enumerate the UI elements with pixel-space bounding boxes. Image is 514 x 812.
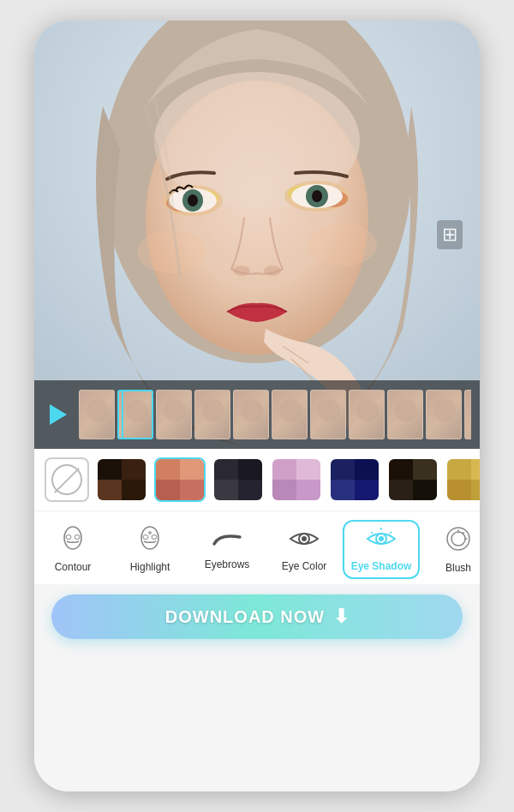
thumbnails-row [79,390,471,439]
svg-point-22 [75,535,80,540]
download-icon: ⬇ [333,606,349,628]
tab-contour[interactable]: Contour [34,521,111,578]
eye-color-label: Eye Color [282,560,327,572]
palette-dark-mix[interactable] [387,457,439,502]
timeline-cursor [122,390,123,439]
photo-area: ⊞ [34,21,480,449]
blush-label: Blush [445,562,471,574]
svg-point-23 [141,527,158,549]
play-icon [50,404,67,425]
palette-navy-blue[interactable] [329,457,380,502]
thumbnail-10[interactable] [426,390,462,439]
svg-point-18 [137,230,206,273]
svg-point-15 [312,190,322,202]
palette-warm-rose[interactable] [154,457,206,502]
makeup-section: Contour Highlight [34,449,480,791]
thumbnail-8[interactable] [349,390,385,439]
tab-eye-shadow[interactable]: Eye Shadow [343,520,420,579]
download-label: DOWNLOAD NOW [165,607,325,627]
svg-point-26 [148,531,152,534]
tab-blush[interactable]: Blush [420,520,480,579]
tab-highlight[interactable]: Highlight [111,521,188,578]
svg-point-16 [233,266,250,276]
thumbnail-9[interactable] [387,390,423,439]
tab-eyebrows[interactable]: Eyebrows [188,524,266,576]
blush-icon [445,525,472,557]
svg-point-9 [188,194,198,206]
download-button[interactable]: DOWNLOAD NOW ⬇ [51,594,463,639]
category-tabs: Contour Highlight [34,511,480,584]
eyebrow-icon [211,529,243,553]
svg-point-17 [264,266,281,276]
palette-none[interactable] [45,457,89,502]
svg-point-19 [308,224,377,266]
phone-shell: ⊞ [34,21,480,791]
svg-line-33 [371,532,373,534]
thumbnail-11[interactable] [464,390,471,439]
play-button[interactable] [43,399,74,430]
palette-dark-brown[interactable] [96,457,147,502]
thumbnail-7[interactable] [310,390,346,439]
svg-point-30 [379,536,384,541]
svg-point-24 [143,535,148,540]
eye-shadow-icon [366,527,397,555]
eyebrows-label: Eyebrows [205,558,250,570]
timeline-strip [34,380,480,449]
svg-point-20 [64,527,81,549]
palette-pink-purple[interactable] [271,457,322,502]
none-icon [51,464,82,495]
highlight-label: Highlight [130,561,170,573]
comparison-handle[interactable]: ⊞ [437,220,463,249]
thumbnail-4[interactable] [194,390,230,439]
contour-icon [60,526,86,556]
thumbnail-5[interactable] [233,390,269,439]
thumbnail-6[interactable] [272,390,308,439]
contour-label: Contour [55,561,92,573]
palettes-row [34,449,480,511]
tab-eye-color[interactable]: Eye Color [266,522,343,577]
eye-shadow-label: Eye Shadow [351,560,412,572]
svg-point-21 [66,535,71,540]
eye-color-icon [289,527,320,555]
thumbnail-3[interactable] [156,390,192,439]
svg-line-32 [390,532,391,534]
svg-point-25 [152,535,157,540]
svg-point-28 [302,536,307,541]
highlight-icon [137,526,163,556]
palette-deep-gray[interactable] [212,457,264,502]
palette-gold-shimmer[interactable] [445,457,480,502]
thumbnail-1[interactable] [79,390,115,439]
